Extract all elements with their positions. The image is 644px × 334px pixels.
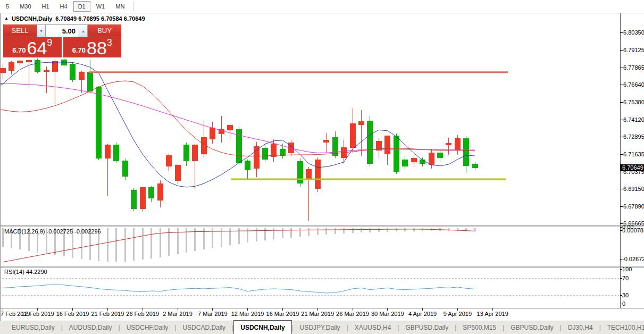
terminal-window: 5M30H1H4D1W1MN ▲ USDCNH,Daily 6.70849 6.… [0,0,644,334]
volume-increase-button[interactable]: ▲ [79,24,88,37]
buy-price-big: 88 [87,39,107,56]
one-click-trade-panel: SELL ▼ 5.00 ▲ BUY 6.70 64 9 6.70 88 3 [3,24,121,57]
buy-price-display[interactable]: 6.70 88 3 [63,37,122,57]
volume-input[interactable]: 5.00 [46,24,79,37]
chart-header: ▲ USDCNH,Daily 6.70849 6.70895 6.70584 6… [4,15,145,22]
buy-price-pip: 3 [107,38,112,47]
rsi-label: RSI(14) 44.2290 [4,269,47,275]
symbol-title: USDCNH,Daily [12,15,52,22]
buy-price-prefix: 6.70 [72,46,86,54]
volume-decrease-button[interactable]: ▼ [37,24,46,37]
macd-label: MACD(12,26,9) -0.002725 -0.002296 [4,228,101,235]
sell-button[interactable]: SELL [3,24,37,37]
sell-price-display[interactable]: 6.70 64 9 [3,37,62,57]
buy-button[interactable]: BUY [88,24,121,37]
sell-price-pip: 9 [47,38,52,47]
ohlc-values: 6.70849 6.70895 6.70584 6.70649 [55,15,145,22]
collapse-chart-icon[interactable]: ▲ [4,16,9,21]
current-price-label: 6.70649 [620,164,644,171]
chart-tab-usdcnh-daily[interactable]: USDCNH,Daily [233,320,291,334]
sell-price-prefix: 6.70 [12,46,26,54]
sell-price-big: 64 [27,39,47,56]
